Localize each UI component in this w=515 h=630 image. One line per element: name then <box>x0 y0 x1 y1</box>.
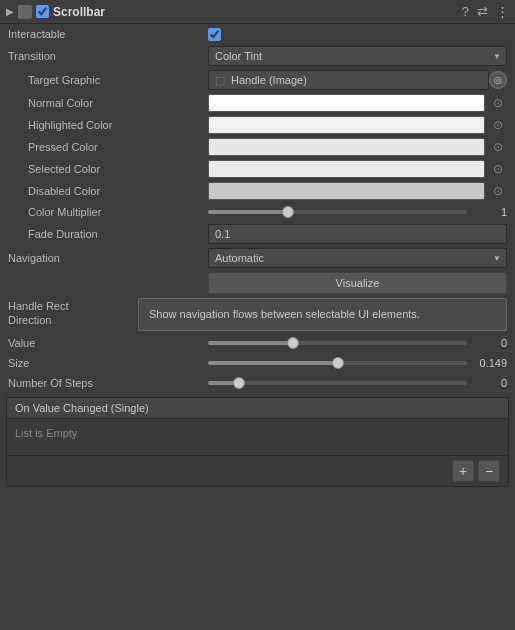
interactable-row: Interactable <box>0 24 515 44</box>
header-actions: ? ⇄ ⋮ <box>462 4 509 19</box>
pressed-color-control: ⊙ <box>208 138 507 156</box>
steps-slider-row: 0 <box>208 377 507 389</box>
disabled-color-swatch-wrapper <box>208 182 485 200</box>
pressed-color-swatch[interactable] <box>208 138 485 156</box>
selected-color-swatch[interactable] <box>208 160 485 178</box>
color-multiplier-label: Color Multiplier <box>8 206 208 218</box>
tooltip-spacer: Handle Rect Direction <box>8 298 138 326</box>
normal-color-eyedropper[interactable]: ⊙ <box>489 94 507 112</box>
navigation-dropdown[interactable]: Automatic <box>208 248 507 268</box>
event-section: On Value Changed (Single) List is Empty … <box>6 397 509 487</box>
transition-row: Transition Color Tint <box>0 44 515 68</box>
steps-number: 0 <box>471 377 507 389</box>
color-multiplier-slider-row: 1 <box>208 206 507 218</box>
value-slider[interactable] <box>208 341 467 345</box>
fade-duration-row: Fade Duration <box>0 222 515 246</box>
handle-rect-label: Handle Rect <box>8 298 138 312</box>
normal-color-label: Normal Color <box>8 97 208 109</box>
menu-icon[interactable]: ⋮ <box>496 4 509 19</box>
transition-value: Color Tint <box>208 46 507 66</box>
highlighted-color-eyedropper[interactable]: ⊙ <box>489 116 507 134</box>
component-header: ▶ Scrollbar ? ⇄ ⋮ <box>0 0 515 24</box>
active-checkbox[interactable] <box>36 5 49 18</box>
selected-color-swatch-wrapper <box>208 160 485 178</box>
interactable-checkbox[interactable] <box>208 28 221 41</box>
normal-color-swatch[interactable] <box>208 94 485 112</box>
add-event-button[interactable]: + <box>452 460 474 482</box>
target-graphic-text: Handle (Image) <box>231 74 307 86</box>
size-row: Size 0.149 <box>0 353 515 373</box>
size-slider[interactable] <box>208 361 467 365</box>
highlighted-color-label: Highlighted Color <box>8 119 208 131</box>
highlighted-color-swatch-wrapper <box>208 116 485 134</box>
normal-color-value: ⊙ <box>208 94 507 112</box>
tooltip-area: Handle Rect Direction Show navigation fl… <box>0 296 515 333</box>
target-graphic-label: Target Graphic <box>8 74 208 86</box>
normal-color-control: ⊙ <box>208 94 507 112</box>
target-graphic-field[interactable]: ⬚ Handle (Image) <box>208 70 489 90</box>
disabled-color-control: ⊙ <box>208 182 507 200</box>
disabled-color-label: Disabled Color <box>8 185 208 197</box>
selected-color-control: ⊙ <box>208 160 507 178</box>
transition-dropdown[interactable]: Color Tint <box>208 46 507 66</box>
event-body: List is Empty <box>7 419 508 455</box>
disabled-color-eyedropper[interactable]: ⊙ <box>489 182 507 200</box>
navigation-row: Navigation Automatic <box>0 246 515 270</box>
color-multiplier-slider[interactable] <box>208 210 467 214</box>
target-graphic-picker[interactable]: ◎ <box>489 71 507 89</box>
navigation-label: Navigation <box>8 252 208 264</box>
target-graphic-row: Target Graphic ⬚ Handle (Image) ◎ <box>0 68 515 92</box>
steps-row: Number Of Steps 0 <box>0 373 515 393</box>
event-footer: + − <box>7 455 508 486</box>
value-number: 0 <box>471 337 507 349</box>
direction-label: Direction <box>8 314 138 326</box>
disabled-color-row: Disabled Color ⊙ <box>0 180 515 202</box>
value-label: Value <box>8 337 208 349</box>
settings-icon[interactable]: ⇄ <box>477 4 488 19</box>
component-icon <box>18 5 32 19</box>
fade-duration-value <box>208 224 507 244</box>
value-slider-row: 0 <box>208 337 507 349</box>
selected-color-value: ⊙ <box>208 160 507 178</box>
size-slider-row: 0.149 <box>208 357 507 369</box>
fade-duration-label: Fade Duration <box>8 228 208 240</box>
steps-slider[interactable] <box>208 381 467 385</box>
event-header: On Value Changed (Single) <box>7 398 508 419</box>
fade-duration-input[interactable] <box>208 224 507 244</box>
highlighted-color-control: ⊙ <box>208 116 507 134</box>
visualize-button[interactable]: Visualize <box>208 272 507 294</box>
target-graphic-value: ⬚ Handle (Image) ◎ <box>208 70 507 90</box>
color-multiplier-value: 1 <box>208 206 507 218</box>
pressed-color-label: Pressed Color <box>8 141 208 153</box>
color-multiplier-number: 1 <box>471 206 507 218</box>
highlighted-color-value: ⊙ <box>208 116 507 134</box>
transition-dropdown-wrapper: Color Tint <box>208 46 507 66</box>
size-label: Size <box>8 357 208 369</box>
visualize-value: Visualize <box>208 272 507 294</box>
value-row: Value 0 <box>0 333 515 353</box>
navigation-dropdown-wrapper: Automatic <box>208 248 507 268</box>
steps-label: Number Of Steps <box>8 377 208 389</box>
image-icon: ⬚ <box>215 74 225 87</box>
normal-color-row: Normal Color ⊙ <box>0 92 515 114</box>
collapse-arrow[interactable]: ▶ <box>6 6 14 17</box>
pressed-color-value: ⊙ <box>208 138 507 156</box>
disabled-color-swatch[interactable] <box>208 182 485 200</box>
selected-color-eyedropper[interactable]: ⊙ <box>489 160 507 178</box>
tooltip-box: Show navigation flows between selectable… <box>138 298 507 331</box>
pressed-color-eyedropper[interactable]: ⊙ <box>489 138 507 156</box>
visualize-row: Visualize <box>0 270 515 296</box>
interactable-value <box>208 28 507 41</box>
transition-label: Transition <box>8 50 208 62</box>
highlighted-color-swatch[interactable] <box>208 116 485 134</box>
remove-event-button[interactable]: − <box>478 460 500 482</box>
size-control: 0.149 <box>208 357 507 369</box>
help-icon[interactable]: ? <box>462 4 469 19</box>
pressed-color-row: Pressed Color ⊙ <box>0 136 515 158</box>
disabled-color-value: ⊙ <box>208 182 507 200</box>
size-number: 0.149 <box>471 357 507 369</box>
selected-color-row: Selected Color ⊙ <box>0 158 515 180</box>
steps-control: 0 <box>208 377 507 389</box>
tooltip-text: Show navigation flows between selectable… <box>149 308 420 320</box>
selected-color-label: Selected Color <box>8 163 208 175</box>
